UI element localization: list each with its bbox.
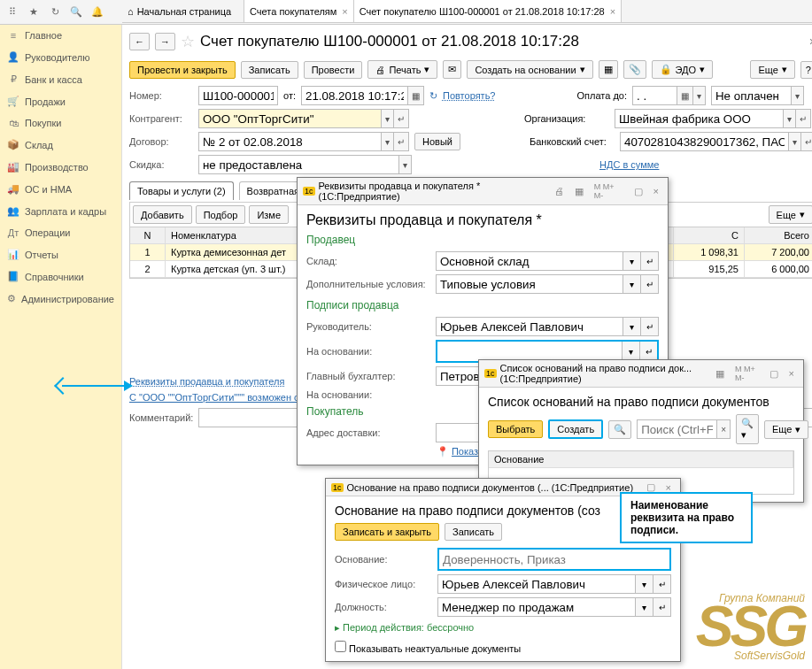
close-icon[interactable]: × [650,186,662,196]
dropdown-icon[interactable]: ▾ [623,317,641,336]
contragent-input[interactable] [198,109,381,128]
find-button[interactable]: 🔍▾ [736,414,759,444]
dropdown-icon[interactable]: ▾ [623,274,641,294]
dropdown-icon[interactable]: ▾ [623,251,641,271]
bell-icon[interactable]: 🔔 [89,4,106,21]
minimize-icon[interactable]: ▢ [766,368,782,380]
open-icon[interactable]: ↵ [795,109,811,128]
bank-input[interactable] [620,132,788,151]
discount-input[interactable] [198,155,398,174]
help-button[interactable]: ? [800,61,812,79]
calc-icon[interactable]: ▦ [571,186,587,197]
org-input[interactable] [615,109,783,128]
select-button[interactable]: Подбор [196,205,246,224]
number-input[interactable] [198,86,278,105]
dialog-titlebar[interactable]: 1c Реквизиты продавца и покупателя * (1С… [298,178,668,205]
history-icon[interactable]: ↻ [46,4,64,21]
sidebar-item-assets[interactable]: 🚚ОС и НМА [0,178,121,200]
sidebar-item-purchases[interactable]: 🛍Покупки [0,112,121,134]
search-input[interactable] [637,419,716,439]
calendar-icon[interactable]: ▦ [407,86,424,105]
create-button[interactable]: Создать [548,419,603,439]
add-button[interactable]: Добавить [133,205,192,224]
open-icon[interactable]: ↵ [641,274,659,294]
exchange-link[interactable]: С "ООО ""ОптТоргСити""" возможен обмен [129,392,322,403]
dropdown-icon[interactable]: ▾ [398,155,412,174]
open-icon[interactable]: ↵ [641,317,659,336]
sidebar-item-sales[interactable]: 🛒Продажи [0,90,121,112]
minimize-icon[interactable]: ▢ [630,186,646,197]
dialog-titlebar[interactable]: 1c Список оснований на право подписи док… [479,360,803,388]
basis-input[interactable] [439,550,669,569]
m-icon[interactable]: M M+ M- [591,182,627,200]
sidebar-item-warehouse[interactable]: 📦Склад [0,134,121,156]
contract-input[interactable] [198,132,381,151]
search-icon[interactable]: 🔍 [67,4,85,21]
repeat-icon[interactable]: ↻ [429,90,437,102]
dropdown-icon[interactable]: ▾ [636,574,653,594]
find-button[interactable]: 🔍 [608,420,631,439]
new-contract-button[interactable]: Новый [414,133,460,150]
select-button[interactable]: Выбрать [488,420,543,438]
save-close-button[interactable]: Записать и закрыть [335,523,439,541]
nds-link[interactable]: НДС в сумме [599,159,659,170]
open-icon[interactable]: ↵ [639,342,657,361]
dropdown-icon[interactable]: ▾ [636,597,653,617]
sidebar-item-operations[interactable]: ДтОперации [0,222,121,243]
forward-button[interactable]: → [155,33,175,50]
change-button[interactable]: Изме [249,205,289,224]
tab-home[interactable]: ⌂Начальная страница [122,0,244,22]
tab-goods[interactable]: Товары и услуги (2) [129,181,234,200]
star-icon[interactable]: ★ [25,4,43,21]
attach-icon[interactable]: 📎 [623,60,646,79]
more-button[interactable]: Еще▾ [750,60,794,79]
dropdown-icon[interactable]: ▾ [381,132,393,151]
calc-icon[interactable]: ▦ [712,368,728,380]
tab-invoices-list[interactable]: Счета покупателям× [244,0,354,22]
edo-button[interactable]: 🔒ЭДО▾ [652,60,714,79]
add-cond-input[interactable] [436,274,623,294]
close-icon[interactable]: × [610,6,615,17]
date-input[interactable] [301,86,407,105]
email-button[interactable]: ✉ [443,60,461,79]
print-button[interactable]: 🖨Печать▾ [367,60,437,79]
close-icon[interactable]: × [662,482,675,493]
pay-until-input[interactable] [632,86,677,105]
sidebar-item-hr[interactable]: 👥Зарплата и кадры [0,200,121,222]
open-icon[interactable]: ↵ [800,132,812,151]
repeat-link[interactable]: Повторять? [443,90,496,101]
dropdown-icon[interactable]: ▾ [622,342,639,361]
more-button[interactable]: Еще▾ [764,420,808,439]
basis-input[interactable] [437,342,622,361]
m-icon[interactable]: M M+ M- [731,365,762,382]
close-icon[interactable]: × [785,368,798,379]
position-input[interactable] [437,597,636,617]
favorite-star-icon[interactable]: ☆ [181,32,195,51]
dropdown-icon[interactable]: ▾ [783,109,795,128]
period-link[interactable]: Период действия: бессрочно [343,622,474,633]
open-icon[interactable]: ↵ [653,574,671,594]
sidebar-item-admin[interactable]: ⚙Администрирование [0,288,121,310]
print-icon[interactable]: 🖨 [551,186,568,196]
more-button[interactable]: Еще▾ [769,205,812,224]
dropdown-icon[interactable]: ▾ [381,109,393,128]
create-based-button[interactable]: Создать на основании▾ [467,60,592,79]
sidebar-item-reports[interactable]: 📊Отчеты [0,243,121,265]
tab-invoice-document[interactable]: Счет покупателю Ш100-000001 от 21.08.201… [354,0,622,22]
dropdown-icon[interactable]: ▾ [788,132,800,151]
dropdown-icon[interactable]: ▾ [692,86,706,105]
register-icon[interactable]: ▦ [599,60,618,79]
clear-icon[interactable]: × [716,419,731,439]
close-icon[interactable]: × [342,6,347,17]
open-icon[interactable]: ↵ [393,132,409,151]
sidebar-item-catalogs[interactable]: 📘Справочники [0,265,121,288]
person-input[interactable] [437,574,636,594]
open-icon[interactable]: ↵ [641,251,659,271]
sidebar-item-main[interactable]: ≡Главное [0,25,121,46]
warehouse-input[interactable] [436,251,623,271]
show-inactive-checkbox[interactable] [335,641,346,652]
calendar-icon[interactable]: ▦ [677,86,692,105]
requisites-link[interactable]: Реквизиты продавца и покупателя [129,376,284,387]
sidebar-item-manager[interactable]: 👤Руководителю [0,46,121,68]
sidebar-item-bank[interactable]: ₽Банк и касса [0,68,121,90]
